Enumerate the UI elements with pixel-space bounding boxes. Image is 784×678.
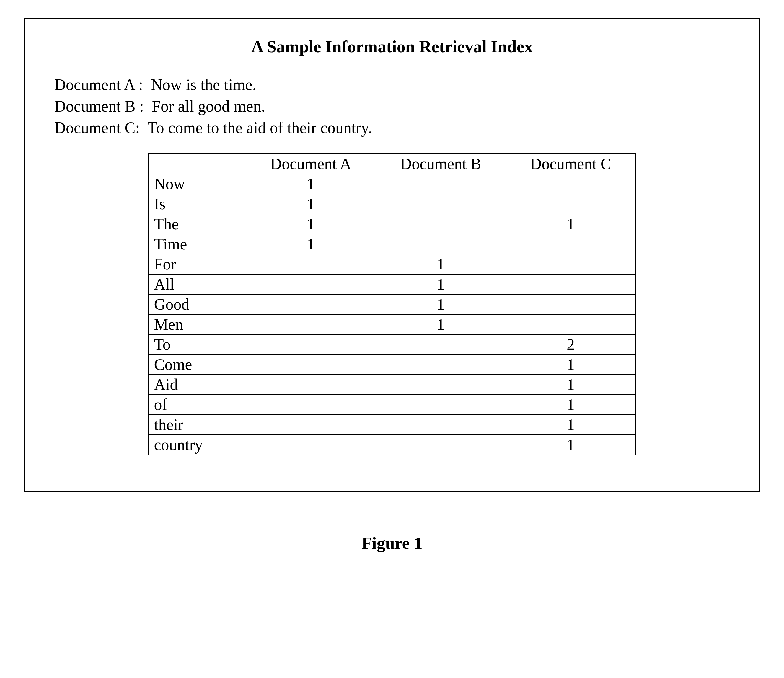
term-cell: country [148,435,246,455]
term-cell: To [148,334,246,355]
document-label: Document A : [55,76,143,93]
table-row: Time1 [148,234,636,254]
document-line: Document B : For all good men. [55,96,744,117]
document-label: Document B : [55,97,144,115]
value-cell [246,415,376,435]
value-cell: 1 [376,314,506,334]
document-text: For all good men. [152,97,265,115]
term-cell: The [148,214,246,234]
value-cell [506,174,636,194]
document-line: Document C: To come to the aid of their … [55,117,744,139]
value-cell [506,194,636,214]
term-cell: of [148,395,246,415]
term-cell: Aid [148,375,246,395]
term-cell: Come [148,355,246,375]
value-cell [506,234,636,254]
value-cell: 1 [246,174,376,194]
value-cell: 1 [506,395,636,415]
value-cell: 1 [246,234,376,254]
value-cell: 1 [506,435,636,455]
value-cell: 1 [506,355,636,375]
index-table: Document A Document B Document C Now1 Is… [148,154,636,455]
value-cell [246,435,376,455]
table-row: The11 [148,214,636,234]
document-text: To come to the aid of their country. [148,119,372,137]
table-row: Now1 [148,174,636,194]
header-empty [148,154,246,174]
table-header-row: Document A Document B Document C [148,154,636,174]
term-cell: Good [148,294,246,314]
value-cell [506,274,636,294]
table-row: For1 [148,254,636,274]
value-cell [506,254,636,274]
term-cell: their [148,415,246,435]
value-cell [376,355,506,375]
term-cell: Now [148,174,246,194]
table-body: Now1 Is1 The11 Time1 For1 All1 Good1 Men… [148,174,636,455]
value-cell [506,314,636,334]
table-row: Men1 [148,314,636,334]
table-row: Good1 [148,294,636,314]
document-line: Document A : Now is the time. [55,74,744,96]
term-cell: Time [148,234,246,254]
figure-caption: Figure 1 [23,533,761,553]
table-row: country1 [148,435,636,455]
header-col-b: Document B [376,154,506,174]
value-cell: 1 [506,415,636,435]
value-cell [376,395,506,415]
table-row: their1 [148,415,636,435]
document-list: Document A : Now is the time. Document B… [40,74,744,139]
term-cell: Men [148,314,246,334]
value-cell [246,254,376,274]
table-row: Come1 [148,355,636,375]
value-cell [376,174,506,194]
table-row: All1 [148,274,636,294]
value-cell [246,375,376,395]
term-cell: For [148,254,246,274]
value-cell [376,214,506,234]
value-cell [246,334,376,355]
figure-title: A Sample Information Retrieval Index [40,37,744,56]
value-cell [376,415,506,435]
table-row: Is1 [148,194,636,214]
value-cell: 1 [506,214,636,234]
value-cell: 1 [246,214,376,234]
value-cell [506,294,636,314]
header-col-c: Document C [506,154,636,174]
value-cell [246,395,376,415]
value-cell [376,234,506,254]
value-cell [246,274,376,294]
document-label: Document C: [55,119,140,137]
value-cell [246,294,376,314]
term-cell: Is [148,194,246,214]
value-cell [246,314,376,334]
value-cell: 1 [246,194,376,214]
document-text: Now is the time. [151,76,256,93]
table-row: To2 [148,334,636,355]
value-cell [376,334,506,355]
value-cell: 1 [376,274,506,294]
value-cell [246,355,376,375]
index-table-wrap: Document A Document B Document C Now1 Is… [40,154,744,455]
value-cell [376,375,506,395]
table-row: Aid1 [148,375,636,395]
value-cell: 1 [376,294,506,314]
table-row: of1 [148,395,636,415]
value-cell: 2 [506,334,636,355]
term-cell: All [148,274,246,294]
figure-frame: A Sample Information Retrieval Index Doc… [23,18,761,492]
header-col-a: Document A [246,154,376,174]
value-cell: 1 [506,375,636,395]
value-cell [376,194,506,214]
value-cell: 1 [376,254,506,274]
value-cell [376,435,506,455]
